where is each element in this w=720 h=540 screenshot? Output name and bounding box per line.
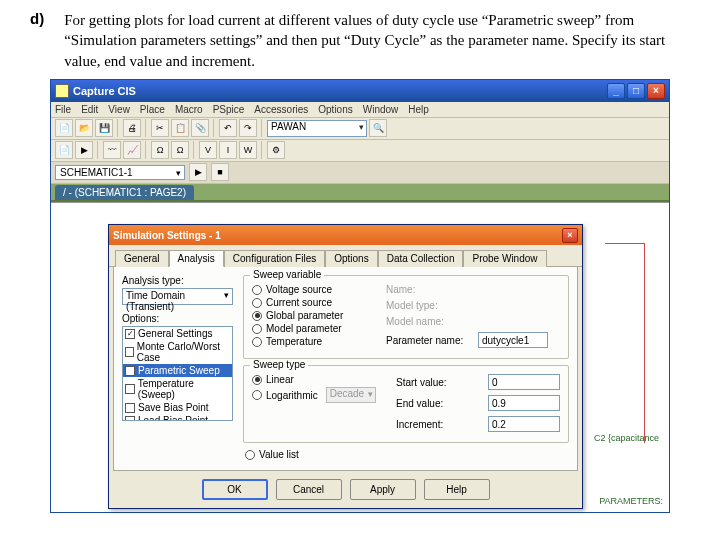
toolbar-button[interactable]: ▶ bbox=[75, 141, 93, 159]
dialog-close-button[interactable]: × bbox=[562, 228, 578, 243]
toolbar-button[interactable]: ↷ bbox=[239, 119, 257, 137]
option-temperature-sweep[interactable]: Temperature (Sweep) bbox=[123, 377, 232, 401]
option-label: Monte Carlo/Worst Case bbox=[137, 341, 230, 363]
toolbar-button[interactable]: 📎 bbox=[191, 119, 209, 137]
menu-view[interactable]: View bbox=[108, 104, 130, 115]
option-general-settings[interactable]: ✓General Settings bbox=[123, 327, 232, 340]
radio-voltage-source[interactable] bbox=[252, 285, 262, 295]
increment-input[interactable] bbox=[488, 416, 560, 432]
radio-label: Model parameter bbox=[266, 323, 342, 334]
menu-macro[interactable]: Macro bbox=[175, 104, 203, 115]
toolbar-button[interactable]: 📂 bbox=[75, 119, 93, 137]
end-value-label: End value: bbox=[396, 398, 484, 409]
menu-window[interactable]: Window bbox=[363, 104, 399, 115]
close-button[interactable]: × bbox=[647, 83, 665, 99]
instruction-text: For getting plots for load current at di… bbox=[64, 10, 690, 71]
tab-probe-window[interactable]: Probe Window bbox=[463, 250, 546, 267]
menu-place[interactable]: Place bbox=[140, 104, 165, 115]
menu-options[interactable]: Options bbox=[318, 104, 352, 115]
increment-label: Increment: bbox=[396, 419, 484, 430]
toolbar-standard: 📄 📂 💾 🖨 ✂ 📋 📎 ↶ ↷ PAWAN 🔍 bbox=[51, 118, 669, 140]
minimize-button[interactable]: _ bbox=[607, 83, 625, 99]
model-type-label: Model type: bbox=[386, 300, 474, 311]
maximize-button[interactable]: □ bbox=[627, 83, 645, 99]
option-parametric-sweep[interactable]: ✓Parametric Sweep bbox=[123, 364, 232, 377]
help-button[interactable]: Help bbox=[424, 479, 490, 500]
tab-general[interactable]: General bbox=[115, 250, 169, 267]
wire bbox=[644, 243, 645, 443]
simulation-settings-dialog: Simulation Settings - 1 × General Analys… bbox=[108, 224, 583, 509]
toolbar-button[interactable]: Ω bbox=[171, 141, 189, 159]
cancel-button[interactable]: Cancel bbox=[276, 479, 342, 500]
radio-label: Global parameter bbox=[266, 310, 343, 321]
toolbar-button[interactable]: Ω bbox=[151, 141, 169, 159]
toolbar-button[interactable]: 📄 bbox=[55, 119, 73, 137]
toolbar-button[interactable]: ↶ bbox=[219, 119, 237, 137]
menu-pspice[interactable]: PSpice bbox=[213, 104, 245, 115]
name-label: Name: bbox=[386, 284, 474, 295]
start-value-label: Start value: bbox=[396, 377, 484, 388]
apply-button[interactable]: Apply bbox=[350, 479, 416, 500]
toolbar-button-i[interactable]: I bbox=[219, 141, 237, 159]
toolbar-button[interactable]: ✂ bbox=[151, 119, 169, 137]
option-save-bias[interactable]: Save Bias Point bbox=[123, 401, 232, 414]
toolbar-combo[interactable]: PAWAN bbox=[267, 120, 367, 137]
end-value-input[interactable] bbox=[488, 395, 560, 411]
toolbar-button[interactable]: 🖨 bbox=[123, 119, 141, 137]
titlebar[interactable]: Capture CIS _ □ × bbox=[51, 80, 669, 102]
page-tab[interactable]: / - (SCHEMATIC1 : PAGE2) bbox=[55, 185, 194, 200]
document-tabbar: / - (SCHEMATIC1 : PAGE2) bbox=[51, 184, 669, 202]
tab-data-collection[interactable]: Data Collection bbox=[378, 250, 464, 267]
toolbar-button[interactable]: ⚙ bbox=[267, 141, 285, 159]
dialog-tabs: General Analysis Configuration Files Opt… bbox=[109, 245, 582, 267]
param-name-input[interactable] bbox=[478, 332, 548, 348]
tab-config-files[interactable]: Configuration Files bbox=[224, 250, 325, 267]
toolbar-button[interactable]: 🔍 bbox=[369, 119, 387, 137]
options-label: Options: bbox=[122, 313, 233, 324]
radio-temperature[interactable] bbox=[252, 337, 262, 347]
ok-button[interactable]: OK bbox=[202, 479, 268, 500]
toolbar-button[interactable]: 📄 bbox=[55, 141, 73, 159]
toolbar-button[interactable]: ▶ bbox=[189, 163, 207, 181]
menu-edit[interactable]: Edit bbox=[81, 104, 98, 115]
radio-value-list[interactable] bbox=[245, 450, 255, 460]
toolbar-button[interactable]: 💾 bbox=[95, 119, 113, 137]
toolbar-button[interactable]: ■ bbox=[211, 163, 229, 181]
analysis-type-combo[interactable]: Time Domain (Transient) bbox=[122, 288, 233, 305]
dialog-titlebar[interactable]: Simulation Settings - 1 × bbox=[109, 225, 582, 245]
radio-current-source[interactable] bbox=[252, 298, 262, 308]
start-value-input[interactable] bbox=[488, 374, 560, 390]
toolbar-button[interactable]: 📋 bbox=[171, 119, 189, 137]
option-monte-carlo[interactable]: Monte Carlo/Worst Case bbox=[123, 340, 232, 364]
radio-label: Current source bbox=[266, 297, 332, 308]
schematic-combo[interactable]: SCHEMATIC1-1 bbox=[55, 165, 185, 180]
options-listbox[interactable]: ✓General Settings Monte Carlo/Worst Case… bbox=[122, 326, 233, 421]
radio-label: Value list bbox=[259, 449, 299, 460]
toolbar-button[interactable]: 📈 bbox=[123, 141, 141, 159]
toolbar-button[interactable]: 〰 bbox=[103, 141, 121, 159]
tab-options[interactable]: Options bbox=[325, 250, 377, 267]
option-label: Load Bias Point bbox=[138, 415, 208, 421]
radio-global-parameter[interactable] bbox=[252, 311, 262, 321]
tab-analysis[interactable]: Analysis bbox=[169, 250, 224, 267]
toolbar-button-w[interactable]: W bbox=[239, 141, 257, 159]
instruction-item-label: d) bbox=[30, 10, 44, 71]
radio-model-parameter[interactable] bbox=[252, 324, 262, 334]
menu-file[interactable]: File bbox=[55, 104, 71, 115]
option-label: Parametric Sweep bbox=[138, 365, 220, 376]
radio-linear[interactable] bbox=[252, 375, 262, 385]
option-load-bias[interactable]: Load Bias Point bbox=[123, 414, 232, 421]
wire bbox=[605, 243, 645, 244]
dialog-buttons: OK Cancel Apply Help bbox=[109, 471, 582, 508]
dialog-title: Simulation Settings - 1 bbox=[113, 230, 562, 241]
menu-help[interactable]: Help bbox=[408, 104, 429, 115]
menu-accessories[interactable]: Accessories bbox=[254, 104, 308, 115]
sweep-type-title: Sweep type bbox=[250, 359, 308, 370]
radio-logarithmic[interactable] bbox=[252, 390, 262, 400]
menubar[interactable]: File Edit View Place Macro PSpice Access… bbox=[51, 102, 669, 118]
parameters-label: PARAMETERS: bbox=[599, 496, 663, 506]
param-name-label: Parameter name: bbox=[386, 335, 474, 346]
toolbar-button-v[interactable]: V bbox=[199, 141, 217, 159]
schematic-row: SCHEMATIC1-1 ▶ ■ bbox=[51, 162, 669, 184]
app-icon bbox=[55, 84, 69, 98]
